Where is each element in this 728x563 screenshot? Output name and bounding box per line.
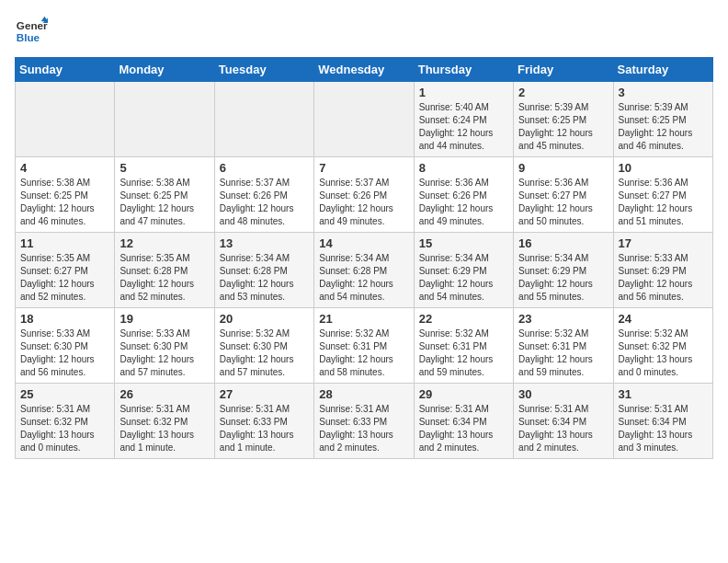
calendar-week-row: 11Sunrise: 5:35 AM Sunset: 6:27 PM Dayli…: [16, 233, 713, 308]
day-info: Sunrise: 5:33 AM Sunset: 6:29 PM Dayligh…: [619, 252, 708, 304]
day-info: Sunrise: 5:36 AM Sunset: 6:27 PM Dayligh…: [518, 177, 608, 228]
day-number: 21: [319, 312, 408, 326]
day-number: 23: [518, 312, 608, 326]
day-info: Sunrise: 5:31 AM Sunset: 6:34 PM Dayligh…: [419, 403, 508, 454]
day-info: Sunrise: 5:39 AM Sunset: 6:25 PM Dayligh…: [518, 101, 608, 153]
day-info: Sunrise: 5:34 AM Sunset: 6:29 PM Dayligh…: [419, 252, 508, 304]
day-info: Sunrise: 5:31 AM Sunset: 6:32 PM Dayligh…: [20, 403, 109, 454]
day-info: Sunrise: 5:35 AM Sunset: 6:28 PM Dayligh…: [119, 252, 209, 304]
day-number: 11: [20, 236, 109, 250]
calendar-cell: [214, 82, 313, 157]
day-info: Sunrise: 5:39 AM Sunset: 6:25 PM Dayligh…: [619, 101, 708, 153]
day-info: Sunrise: 5:37 AM Sunset: 6:26 PM Dayligh…: [319, 177, 408, 228]
day-info: Sunrise: 5:32 AM Sunset: 6:30 PM Dayligh…: [220, 327, 309, 379]
day-number: 28: [319, 387, 408, 401]
day-info: Sunrise: 5:32 AM Sunset: 6:31 PM Dayligh…: [319, 327, 408, 379]
calendar-cell: 30Sunrise: 5:31 AM Sunset: 6:34 PM Dayli…: [514, 384, 613, 459]
weekday-header-sunday: Sunday: [16, 58, 115, 82]
calendar-cell: 16Sunrise: 5:34 AM Sunset: 6:29 PM Dayli…: [514, 233, 613, 308]
day-number: 25: [20, 387, 109, 401]
day-info: Sunrise: 5:33 AM Sunset: 6:30 PM Dayligh…: [119, 327, 209, 379]
day-info: Sunrise: 5:38 AM Sunset: 6:25 PM Dayligh…: [119, 177, 209, 228]
calendar-week-row: 1Sunrise: 5:40 AM Sunset: 6:24 PM Daylig…: [16, 82, 713, 157]
day-number: 7: [319, 161, 408, 175]
calendar-cell: 19Sunrise: 5:33 AM Sunset: 6:30 PM Dayli…: [115, 308, 214, 384]
day-info: Sunrise: 5:31 AM Sunset: 6:33 PM Dayligh…: [220, 403, 309, 454]
day-number: 16: [518, 236, 608, 250]
weekday-header-saturday: Saturday: [613, 58, 712, 82]
logo-icon: General Blue: [15, 15, 48, 48]
day-number: 26: [119, 387, 209, 401]
calendar-cell: 3Sunrise: 5:39 AM Sunset: 6:25 PM Daylig…: [613, 82, 712, 157]
day-number: 18: [20, 312, 109, 326]
calendar-cell: 9Sunrise: 5:36 AM Sunset: 6:27 PM Daylig…: [514, 157, 613, 233]
day-number: 19: [119, 312, 209, 326]
day-info: Sunrise: 5:38 AM Sunset: 6:25 PM Dayligh…: [20, 177, 109, 228]
day-number: 12: [119, 236, 209, 250]
calendar-cell: 25Sunrise: 5:31 AM Sunset: 6:32 PM Dayli…: [16, 384, 115, 459]
page-header: General Blue: [15, 15, 713, 48]
calendar-cell: 31Sunrise: 5:31 AM Sunset: 6:34 PM Dayli…: [613, 384, 712, 459]
calendar-week-row: 4Sunrise: 5:38 AM Sunset: 6:25 PM Daylig…: [16, 157, 713, 233]
day-number: 10: [619, 161, 708, 175]
day-info: Sunrise: 5:31 AM Sunset: 6:34 PM Dayligh…: [619, 403, 708, 454]
weekday-header-wednesday: Wednesday: [314, 58, 414, 82]
weekday-header-monday: Monday: [115, 58, 214, 82]
svg-text:Blue: Blue: [17, 31, 40, 43]
day-number: 31: [619, 387, 708, 401]
day-number: 1: [419, 86, 508, 99]
calendar-cell: 11Sunrise: 5:35 AM Sunset: 6:27 PM Dayli…: [16, 233, 115, 308]
day-number: 22: [419, 312, 508, 326]
calendar-week-row: 25Sunrise: 5:31 AM Sunset: 6:32 PM Dayli…: [16, 384, 713, 459]
calendar-cell: 4Sunrise: 5:38 AM Sunset: 6:25 PM Daylig…: [16, 157, 115, 233]
day-info: Sunrise: 5:32 AM Sunset: 6:31 PM Dayligh…: [518, 327, 608, 379]
weekday-header-thursday: Thursday: [414, 58, 513, 82]
calendar-cell: 6Sunrise: 5:37 AM Sunset: 6:26 PM Daylig…: [214, 157, 313, 233]
day-number: 9: [518, 161, 608, 175]
day-number: 17: [619, 236, 708, 250]
day-info: Sunrise: 5:31 AM Sunset: 6:32 PM Dayligh…: [119, 403, 209, 454]
day-info: Sunrise: 5:33 AM Sunset: 6:30 PM Dayligh…: [20, 327, 109, 379]
day-number: 24: [619, 312, 708, 326]
calendar-cell: 12Sunrise: 5:35 AM Sunset: 6:28 PM Dayli…: [115, 233, 214, 308]
calendar-cell: 10Sunrise: 5:36 AM Sunset: 6:27 PM Dayli…: [613, 157, 712, 233]
day-number: 14: [319, 236, 408, 250]
calendar-table: SundayMondayTuesdayWednesdayThursdayFrid…: [15, 57, 713, 459]
calendar-cell: [16, 82, 115, 157]
day-info: Sunrise: 5:31 AM Sunset: 6:34 PM Dayligh…: [518, 403, 608, 454]
day-number: 2: [518, 86, 608, 99]
logo: General Blue: [15, 15, 53, 48]
calendar-cell: [115, 82, 214, 157]
day-number: 30: [518, 387, 608, 401]
weekday-header-tuesday: Tuesday: [214, 58, 313, 82]
day-number: 8: [419, 161, 508, 175]
day-number: 5: [119, 161, 209, 175]
day-number: 20: [220, 312, 309, 326]
calendar-cell: [314, 82, 414, 157]
calendar-week-row: 18Sunrise: 5:33 AM Sunset: 6:30 PM Dayli…: [16, 308, 713, 384]
calendar-header-row: SundayMondayTuesdayWednesdayThursdayFrid…: [16, 58, 713, 82]
day-number: 27: [220, 387, 309, 401]
day-number: 29: [419, 387, 508, 401]
day-info: Sunrise: 5:40 AM Sunset: 6:24 PM Dayligh…: [419, 101, 508, 153]
calendar-cell: 13Sunrise: 5:34 AM Sunset: 6:28 PM Dayli…: [214, 233, 313, 308]
day-info: Sunrise: 5:32 AM Sunset: 6:31 PM Dayligh…: [419, 327, 508, 379]
calendar-cell: 29Sunrise: 5:31 AM Sunset: 6:34 PM Dayli…: [414, 384, 513, 459]
calendar-cell: 27Sunrise: 5:31 AM Sunset: 6:33 PM Dayli…: [214, 384, 313, 459]
calendar-cell: 28Sunrise: 5:31 AM Sunset: 6:33 PM Dayli…: [314, 384, 414, 459]
calendar-cell: 2Sunrise: 5:39 AM Sunset: 6:25 PM Daylig…: [514, 82, 613, 157]
day-info: Sunrise: 5:32 AM Sunset: 6:32 PM Dayligh…: [619, 327, 708, 379]
calendar-cell: 21Sunrise: 5:32 AM Sunset: 6:31 PM Dayli…: [314, 308, 414, 384]
day-info: Sunrise: 5:34 AM Sunset: 6:28 PM Dayligh…: [220, 252, 309, 304]
day-info: Sunrise: 5:34 AM Sunset: 6:28 PM Dayligh…: [319, 252, 408, 304]
calendar-cell: 18Sunrise: 5:33 AM Sunset: 6:30 PM Dayli…: [16, 308, 115, 384]
calendar-cell: 8Sunrise: 5:36 AM Sunset: 6:26 PM Daylig…: [414, 157, 513, 233]
calendar-cell: 5Sunrise: 5:38 AM Sunset: 6:25 PM Daylig…: [115, 157, 214, 233]
calendar-cell: 24Sunrise: 5:32 AM Sunset: 6:32 PM Dayli…: [613, 308, 712, 384]
day-number: 15: [419, 236, 508, 250]
day-number: 4: [20, 161, 109, 175]
day-number: 6: [220, 161, 309, 175]
calendar-cell: 26Sunrise: 5:31 AM Sunset: 6:32 PM Dayli…: [115, 384, 214, 459]
day-info: Sunrise: 5:37 AM Sunset: 6:26 PM Dayligh…: [220, 177, 309, 228]
day-info: Sunrise: 5:36 AM Sunset: 6:27 PM Dayligh…: [619, 177, 708, 228]
